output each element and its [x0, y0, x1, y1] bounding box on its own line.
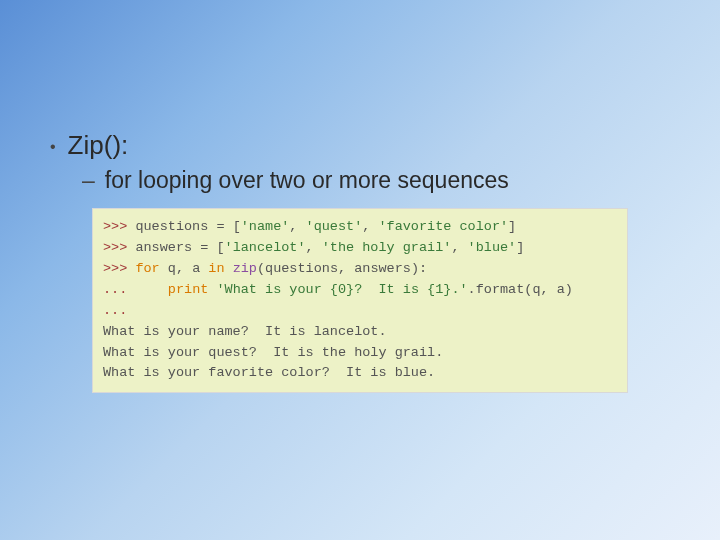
bullet-dash-icon: –: [82, 167, 95, 194]
code-block: >>> questions = ['name', 'quest', 'favor…: [92, 208, 628, 393]
bullet-2-text: for looping over two or more sequences: [105, 167, 509, 194]
code-line-3: >>> for q, a in zip(questions, answers):: [103, 259, 617, 280]
bullet-level-2: – for looping over two or more sequences: [82, 167, 670, 194]
code-line-1: >>> questions = ['name', 'quest', 'favor…: [103, 217, 617, 238]
code-output-1: What is your name? It is lancelot.: [103, 322, 617, 343]
bullet-level-1: • Zip():: [50, 130, 670, 161]
code-output-2: What is your quest? It is the holy grail…: [103, 343, 617, 364]
code-line-2: >>> answers = ['lancelot', 'the holy gra…: [103, 238, 617, 259]
code-line-5: ...: [103, 301, 617, 322]
code-line-4: ... print 'What is your {0}? It is {1}.'…: [103, 280, 617, 301]
code-output-3: What is your favorite color? It is blue.: [103, 363, 617, 384]
slide-content: • Zip(): – for looping over two or more …: [0, 0, 720, 393]
bullet-dot-icon: •: [50, 139, 56, 155]
bullet-1-text: Zip():: [68, 130, 129, 161]
